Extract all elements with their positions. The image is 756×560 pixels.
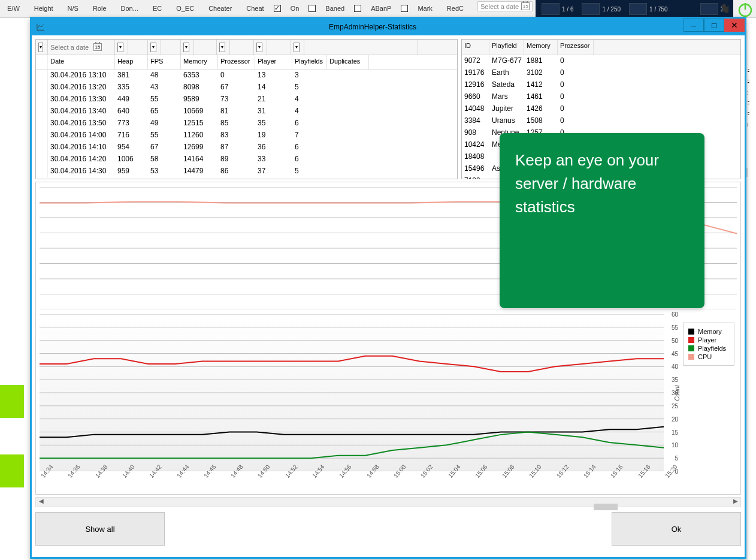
titlebar[interactable]: EmpAdminHelper-Statistics ─ ☐ ✕ [32,19,745,35]
maximize-button[interactable]: ☐ [704,19,724,32]
col-memory[interactable]: Memory [181,55,218,69]
table-row[interactable]: 30.04.2016 14:10 954 67 12699 87 36 6 [36,141,457,153]
dropdown-icon[interactable]: ▾ [117,43,123,52]
col-playfield[interactable]: Playfield [489,40,524,55]
power-icon[interactable] [737,1,754,18]
table-row[interactable]: 9660 Mars 1461 0 [462,91,740,103]
help-tooltip: Keep an eye on your server / hardware st… [500,133,704,308]
legend-swatch-icon [688,354,694,360]
legend-swatch-icon [688,345,694,351]
dropdown-icon[interactable]: ▾ [219,43,225,52]
col-id[interactable]: ID [462,40,489,55]
checkbox-baned[interactable] [309,5,316,12]
stats-table: ▾ 15 ▾ ▾ ▾ ▾ ▾ ▾ [35,39,458,179]
dropdown-icon[interactable]: ▾ [150,43,156,52]
stats-table-filter-row: ▾ 15 ▾ ▾ ▾ ▾ ▾ ▾ [36,40,457,55]
ok-button[interactable]: Ok [612,512,741,546]
date-picker-input[interactable] [50,44,91,51]
plug-icon [720,4,732,16]
col-heap[interactable]: Heap [115,55,148,69]
scroll-left-icon[interactable]: ◀ [36,498,46,507]
table-row[interactable]: 3384 Uranus 1508 0 [462,115,740,127]
show-all-button[interactable]: Show all [35,512,165,546]
table-row[interactable]: 30.04.2016 13:10 381 48 6353 0 13 3 [36,70,457,82]
table-row[interactable]: 19176 Earth 3102 0 [462,67,740,79]
table-row[interactable]: 30.04.2016 14:00 716 55 11260 83 19 7 [36,130,457,141]
tooltip-text: Keep an eye on your server / hardware st… [515,151,659,216]
legend-item: CPU [688,353,729,360]
bg-inventory-panel: 1 / 6 1 / 250 1 / 750 2 [536,0,733,18]
col-memory[interactable]: Memory [524,40,558,55]
table-row[interactable]: 30.04.2016 13:40 640 65 10669 81 31 4 [36,106,457,118]
col-fps[interactable]: FPS [148,55,181,69]
chart-legend: MemoryPlayerPlayfieldsCPU [683,323,734,366]
checkbox-abanp[interactable] [354,5,361,12]
legend-item: Playfields [688,345,729,352]
checkbox-mark[interactable] [401,5,408,12]
stats-column-headers: Date Heap FPS Memory Prozessor Player Pl… [36,55,457,70]
col-player[interactable]: Player [255,55,292,69]
table-row[interactable]: 30.04.2016 13:30 449 55 9589 73 21 4 [36,94,457,106]
col-prozessor[interactable]: Prozessor [558,40,594,55]
dropdown-icon[interactable]: ▾ [183,43,189,52]
table-row[interactable]: 30.04.2016 14:30 959 53 14479 86 37 5 [36,165,457,177]
bg-green-strip [0,385,24,418]
legend-swatch-icon [688,329,694,335]
bg-green-strip [0,454,24,487]
legend-item: Player [688,336,729,344]
table-row[interactable]: 9072 M7G-677 1881 0 [462,55,740,67]
table-row[interactable]: 30.04.2016 13:20 335 43 8098 67 14 5 [36,82,457,94]
table-row[interactable]: 14048 Jupiter 1426 0 [462,103,740,115]
chart-icon [37,23,45,31]
bg-date-picker[interactable]: Select a date15 [477,1,533,11]
close-button[interactable]: ✕ [724,19,745,32]
scroll-right-icon[interactable]: ▶ [730,498,740,507]
col-date[interactable]: Date [48,55,115,69]
col-playfields[interactable]: Playfields [292,55,327,69]
minimize-button[interactable]: ─ [684,19,704,32]
dropdown-icon[interactable]: ▾ [256,43,262,52]
legend-item: Memory [688,328,729,335]
window-title: EmpAdminHelper-Statistics [49,23,745,31]
table-row[interactable]: 30.04.2016 13:50 773 49 12515 85 35 6 [36,118,457,130]
dropdown-icon[interactable]: ▾ [294,43,300,52]
stats-table-body[interactable]: 30.04.2016 13:10 381 48 6353 0 13 3 30.0… [36,70,457,179]
legend-swatch-icon [688,337,694,343]
playfield-column-headers: ID Playfield Memory Prozessor [462,40,740,55]
checkbox-on[interactable] [274,5,281,12]
table-row[interactable]: 12916 Sateda 1412 0 [462,79,740,91]
calendar-icon: 15 [521,2,530,10]
col-duplicates[interactable]: Duplicates [327,55,369,69]
dropdown-icon[interactable]: ▾ [38,43,43,52]
chart-horizontal-scrollbar[interactable]: ◀ ▶ [35,497,741,507]
table-row[interactable]: 30.04.2016 14:20 1006 58 14164 89 33 6 [36,153,457,165]
calendar-icon[interactable]: 15 [93,43,102,51]
col-prozessor[interactable]: Prozessor [218,55,255,69]
